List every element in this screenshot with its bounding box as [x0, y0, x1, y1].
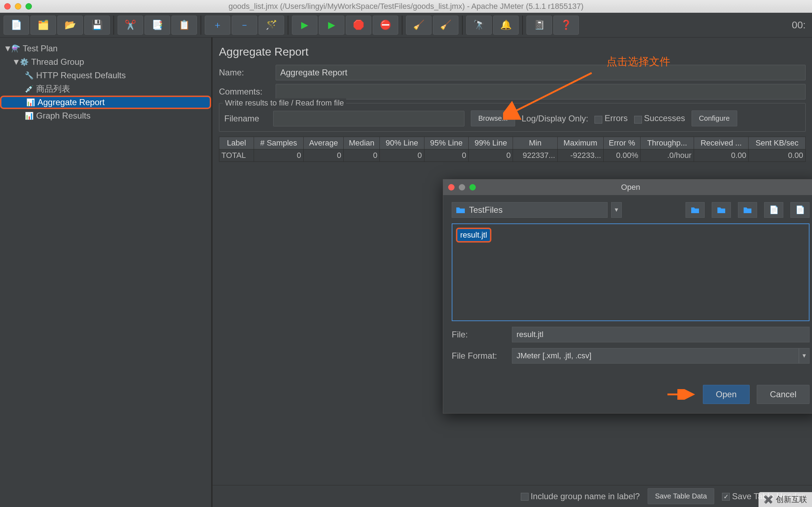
errors-checkbox[interactable]: Errors	[594, 113, 627, 124]
help-button[interactable]: ❓	[553, 16, 579, 35]
file-list[interactable]: result.jtl	[452, 223, 810, 321]
cell-min: 922337...	[513, 149, 557, 162]
toggle-button[interactable]: 🪄	[259, 16, 284, 35]
file-format-label: File Format:	[452, 351, 512, 361]
caret-down-icon[interactable]: ▼	[4, 44, 11, 53]
cell-max: -92233...	[557, 149, 603, 162]
elapsed-timer: 00:	[792, 19, 808, 31]
report-icon: 📊	[24, 111, 34, 121]
chevron-down-icon[interactable]: ▼	[611, 202, 622, 218]
wrench-icon: 🔧	[24, 70, 34, 80]
reset-search-button[interactable]: 🔔	[493, 16, 519, 35]
include-group-checkbox[interactable]: Include group name in label?	[521, 491, 640, 501]
cell-received: 0.00	[694, 149, 749, 162]
search-button[interactable]: 🔭	[466, 16, 492, 35]
cell-label: TOTAL	[219, 149, 254, 162]
save-table-data-button[interactable]: Save Table Data	[648, 488, 714, 504]
new-button[interactable]: 📄	[4, 16, 29, 35]
table-header[interactable]: 99% Line	[469, 137, 513, 149]
table-header[interactable]: Maximum	[557, 137, 603, 149]
home-folder-button[interactable]	[712, 202, 731, 218]
save-button[interactable]: 💾	[84, 16, 110, 35]
folder-selector[interactable]: TestFiles	[452, 202, 608, 218]
cell-p95: 0	[424, 149, 468, 162]
tree-label: Thread Group	[31, 57, 84, 67]
tree-item-test-plan[interactable]: ▼ ⚗️ Test Plan	[0, 42, 211, 55]
test-plan-tree[interactable]: ▼ ⚗️ Test Plan ▼ ⚙️ Thread Group 🔧 HTTP …	[0, 38, 213, 507]
toolbar-separator	[201, 16, 201, 35]
start-button[interactable]: ▶	[292, 16, 317, 35]
annotation-arrow-icon	[667, 389, 696, 400]
toolbar-separator	[522, 16, 523, 35]
folder-icon	[456, 206, 466, 214]
folder-icon	[743, 206, 752, 214]
filename-input[interactable]	[273, 111, 464, 126]
toolbar-separator	[288, 16, 288, 35]
start-no-pause-button[interactable]: ▶	[319, 16, 344, 35]
shutdown-button[interactable]: ⛔	[373, 16, 398, 35]
dialog-maximize-button[interactable]	[469, 184, 476, 190]
tree-label: Graph Results	[36, 111, 90, 121]
bottom-toolbar: Include group name in label? Save Table …	[213, 485, 812, 507]
tree-item-goods-list[interactable]: 💉 商品列表	[0, 82, 211, 96]
tree-label: Test Plan	[23, 44, 58, 53]
table-header[interactable]: # Samples	[254, 137, 304, 149]
new-folder-button[interactable]	[738, 202, 757, 218]
remove-button[interactable]: －	[232, 16, 257, 35]
tree-item-http-defaults[interactable]: 🔧 HTTP Request Defaults	[0, 69, 211, 82]
gear-icon: ⚙️	[19, 57, 29, 67]
copy-button[interactable]: 📑	[145, 16, 170, 35]
successes-checkbox[interactable]: Successes	[634, 113, 685, 124]
list-view-button[interactable]: 📄	[764, 202, 783, 218]
table-header[interactable]: Error %	[603, 137, 641, 149]
file-input[interactable]: result.jtl	[512, 327, 810, 342]
up-folder-button[interactable]	[686, 202, 705, 218]
flask-icon: ⚗️	[11, 44, 21, 53]
table-header[interactable]: 90% Line	[380, 137, 424, 149]
folder-icon	[690, 206, 700, 214]
cancel-button[interactable]: Cancel	[757, 385, 810, 404]
cut-button[interactable]: ✂️	[118, 16, 143, 35]
clear-all-button[interactable]: 🧹	[433, 16, 458, 35]
function-helper-button[interactable]: 📓	[526, 16, 552, 35]
file-format-select[interactable]: JMeter [.xml, .jtl, .csv]	[512, 348, 799, 364]
table-header[interactable]: Throughp...	[641, 137, 694, 149]
table-row[interactable]: TOTAL 0 0 0 0 0 0 922337... -92233... 0.…	[219, 149, 806, 162]
table-header[interactable]: Median	[344, 137, 380, 149]
stop-button[interactable]: 🛑	[346, 16, 371, 35]
folder-icon	[717, 206, 726, 214]
browse-button[interactable]: Browse...	[471, 110, 515, 126]
caret-down-icon[interactable]: ▼	[12, 57, 19, 67]
open-button[interactable]: 📂	[57, 16, 83, 35]
chevron-down-icon[interactable]: ▼	[799, 348, 810, 364]
detail-view-button[interactable]: 📄	[790, 202, 810, 218]
name-label: Name:	[219, 68, 276, 78]
templates-button[interactable]: 🗂️	[30, 16, 56, 35]
table-header[interactable]: Received ...	[694, 137, 749, 149]
tree-item-graph-results[interactable]: 📊 Graph Results	[0, 109, 211, 123]
table-header[interactable]: 95% Line	[424, 137, 468, 149]
name-input[interactable]	[276, 65, 806, 80]
table-header[interactable]: Label	[219, 137, 254, 149]
open-button[interactable]: Open	[703, 385, 750, 404]
table-header[interactable]: Sent KB/sec	[749, 137, 806, 149]
table-header[interactable]: Min	[513, 137, 557, 149]
dialog-minimize-button[interactable]	[459, 184, 465, 190]
dialog-titlebar[interactable]: Open	[443, 180, 812, 195]
file-item-result-jtl[interactable]: result.jtl	[456, 228, 491, 243]
logdisplay-label: Log/Display Only:	[521, 114, 588, 124]
comments-input[interactable]	[276, 84, 806, 99]
clear-button[interactable]: 🧹	[406, 16, 432, 35]
dialog-close-button[interactable]	[448, 184, 455, 190]
table-header[interactable]: Average	[304, 137, 344, 149]
paste-button[interactable]: 📋	[171, 16, 197, 35]
tree-item-thread-group[interactable]: ▼ ⚙️ Thread Group	[0, 55, 211, 69]
cell-error: 0.00%	[603, 149, 641, 162]
pipette-icon: 💉	[24, 84, 34, 94]
element-panel: Aggregate Report Name: Comments: Write r…	[213, 38, 812, 507]
tree-item-aggregate-report[interactable]: 📊 Aggregate Report	[0, 96, 211, 109]
configure-button[interactable]: Configure	[692, 110, 737, 126]
cell-sent: 0.00	[749, 149, 806, 162]
add-button[interactable]: ＋	[205, 16, 230, 35]
report-icon: 📊	[26, 97, 35, 107]
